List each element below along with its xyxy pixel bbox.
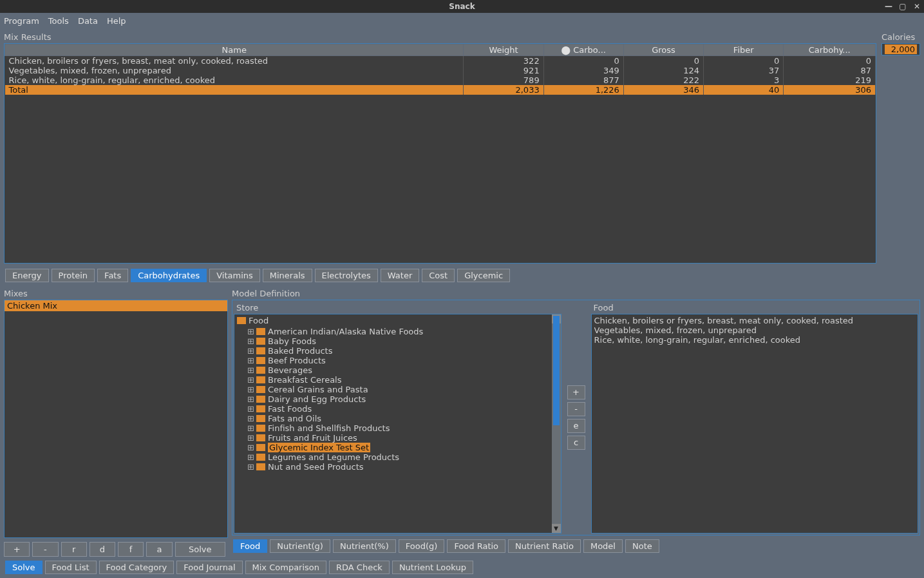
tree-item[interactable]: Nut and Seed Products	[268, 462, 364, 472]
tree-item[interactable]: Beverages	[268, 365, 312, 375]
scroll-thumb[interactable]	[553, 316, 560, 425]
scroll-down-icon[interactable]: ▼	[552, 524, 561, 533]
tree-expand-icon[interactable]: ⊞	[247, 365, 254, 375]
store-button-c[interactable]: c	[567, 436, 585, 450]
table-row[interactable]: Rice, white, long-grain, regular, enrich…	[5, 75, 876, 85]
bottom-tab-food-journal[interactable]: Food Journal	[176, 561, 242, 574]
bottom-tab-mix-comparison[interactable]: Mix Comparison	[245, 561, 327, 574]
model-tab-note[interactable]: Note	[625, 539, 659, 553]
mix-button-f[interactable]: f	[118, 542, 144, 557]
mix-button-solve[interactable]: Solve	[175, 542, 226, 557]
category-tab-vitamins[interactable]: Vitamins	[209, 269, 260, 282]
mix-col-header[interactable]: Carbohy...	[784, 44, 876, 56]
folder-icon	[256, 454, 265, 461]
folder-icon	[256, 347, 265, 354]
mix-button-r[interactable]: r	[61, 542, 87, 557]
mixes-list[interactable]: Chicken Mix	[4, 300, 228, 538]
tree-expand-icon[interactable]: ⊞	[247, 336, 254, 346]
mix-item[interactable]: Chicken Mix	[5, 300, 227, 311]
store-button-remove[interactable]: -	[567, 402, 585, 416]
tree-expand-icon[interactable]: ⊞	[247, 423, 254, 433]
category-tab-glycemic[interactable]: Glycemic	[457, 269, 510, 282]
bottom-tab-rda-check[interactable]: RDA Check	[329, 561, 390, 574]
category-tab-protein[interactable]: Protein	[52, 269, 95, 282]
mix-col-header[interactable]: Weight	[464, 44, 543, 56]
mix-button-a[interactable]: a	[146, 542, 172, 557]
tree-expand-icon[interactable]: ⊞	[247, 433, 254, 443]
tree-expand-icon[interactable]: ⊞	[247, 414, 254, 423]
store-tree[interactable]: Food⊞ American Indian/Alaska Native Food…	[234, 314, 561, 534]
food-item[interactable]: Vegetables, mixed, frozen, unprepared	[594, 325, 916, 335]
tree-expand-icon[interactable]: ⊞	[247, 462, 254, 472]
maximize-button[interactable]: ▢	[898, 2, 907, 11]
tree-item[interactable]: Legumes and Legume Products	[268, 452, 399, 462]
tree-item[interactable]: Fruits and Fruit Juices	[268, 433, 357, 443]
category-tab-fats[interactable]: Fats	[97, 269, 128, 282]
bottom-tab-solve[interactable]: Solve	[5, 561, 42, 574]
folder-icon	[256, 386, 265, 393]
mix-button-d[interactable]: d	[90, 542, 115, 557]
minimize-button[interactable]: —	[884, 2, 893, 11]
tree-item[interactable]: Baby Foods	[268, 336, 316, 346]
tree-item[interactable]: Cereal Grains and Pasta	[268, 385, 368, 394]
mix-col-header[interactable]: Fiber	[704, 44, 784, 56]
bottom-tab-food-list[interactable]: Food List	[45, 561, 97, 574]
category-tab-minerals[interactable]: Minerals	[263, 269, 312, 282]
bottom-tab-nutrient-lookup[interactable]: Nutrient Lookup	[392, 561, 473, 574]
model-tab-model[interactable]: Model	[583, 539, 623, 553]
mix-col-header[interactable]: ⬤ Carbo...	[543, 44, 623, 56]
tree-item[interactable]: Baked Products	[268, 346, 332, 356]
tree-item[interactable]: Fast Foods	[268, 404, 312, 414]
category-tab-cost[interactable]: Cost	[422, 269, 455, 282]
model-tab-food[interactable]: Food	[233, 539, 267, 553]
store-button-add[interactable]: +	[567, 385, 585, 400]
mix-col-header[interactable]: Gross	[623, 44, 703, 56]
model-tab-foodg[interactable]: Food(g)	[399, 539, 445, 553]
tree-expand-icon[interactable]: ⊞	[247, 394, 254, 404]
tree-expand-icon[interactable]: ⊞	[247, 385, 254, 394]
tree-expand-icon[interactable]: ⊞	[247, 404, 254, 414]
tree-item[interactable]: Dairy and Egg Products	[268, 394, 366, 404]
table-row[interactable]: Chicken, broilers or fryers, breast, mea…	[5, 56, 876, 66]
menu-tools[interactable]: Tools	[48, 16, 69, 26]
calories-field[interactable]: 2,000	[882, 43, 920, 55]
tree-item[interactable]: American Indian/Alaska Native Foods	[268, 327, 423, 336]
tree-root[interactable]: Food	[249, 316, 269, 325]
store-button-e[interactable]: e	[567, 419, 585, 433]
food-item[interactable]: Chicken, broilers or fryers, breast, mea…	[594, 316, 916, 325]
model-tab-nutrientratio[interactable]: Nutrient Ratio	[508, 539, 581, 553]
store-scrollbar[interactable]: ▲ ▼	[552, 314, 561, 533]
table-row[interactable]: Vegetables, mixed, frozen, unprepared921…	[5, 66, 876, 75]
category-tab-energy[interactable]: Energy	[5, 269, 49, 282]
folder-icon	[256, 357, 265, 364]
tree-expand-icon[interactable]: ⊞	[247, 443, 254, 452]
tree-expand-icon[interactable]: ⊞	[247, 346, 254, 356]
tree-expand-icon[interactable]: ⊞	[247, 375, 254, 385]
food-list[interactable]: Chicken, broilers or fryers, breast, mea…	[591, 314, 919, 534]
model-tab-foodratio[interactable]: Food Ratio	[447, 539, 505, 553]
model-tab-nutrientg[interactable]: Nutrient(g)	[270, 539, 330, 553]
tree-expand-icon[interactable]: ⊞	[247, 452, 254, 462]
menu-data[interactable]: Data	[78, 16, 98, 26]
tree-item[interactable]: Finfish and Shellfish Products	[268, 423, 390, 433]
folder-icon	[256, 328, 265, 335]
bottom-tab-food-category[interactable]: Food Category	[99, 561, 174, 574]
tree-item[interactable]: Glycemic Index Test Set	[268, 443, 370, 452]
mix-button-add[interactable]: +	[4, 542, 30, 557]
category-tab-electrolytes[interactable]: Electrolytes	[315, 269, 378, 282]
category-tab-water[interactable]: Water	[381, 269, 419, 282]
tree-item[interactable]: Beef Products	[268, 356, 326, 365]
tree-item[interactable]: Fats and Oils	[268, 414, 321, 423]
folder-icon	[237, 317, 246, 324]
model-tab-nutrient[interactable]: Nutrient(%)	[333, 539, 396, 553]
menu-program[interactable]: Program	[4, 16, 39, 26]
tree-expand-icon[interactable]: ⊞	[247, 356, 254, 365]
mix-button-remove[interactable]: -	[32, 542, 58, 557]
tree-expand-icon[interactable]: ⊞	[247, 327, 254, 336]
category-tab-carbohydrates[interactable]: Carbohydrates	[131, 269, 207, 282]
mix-col-header[interactable]: Name	[5, 44, 464, 56]
menu-help[interactable]: Help	[107, 16, 126, 26]
close-button[interactable]: ✕	[912, 2, 921, 11]
food-item[interactable]: Rice, white, long-grain, regular, enrich…	[594, 335, 916, 345]
tree-item[interactable]: Breakfast Cereals	[268, 375, 342, 385]
